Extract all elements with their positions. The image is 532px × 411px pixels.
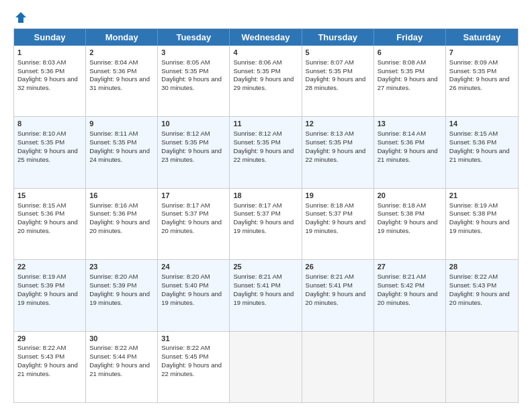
sunset-text: Sunset: 5:36 PM	[17, 210, 64, 217]
header	[13, 11, 519, 21]
sunset-text: Sunset: 5:44 PM	[89, 353, 136, 360]
day-number: 21	[449, 191, 515, 201]
daylight-text: Daylight: 9 hours and 20 minutes.	[17, 218, 78, 234]
daylight-text: Daylight: 9 hours and 19 minutes.	[17, 290, 78, 306]
daylight-text: Daylight: 9 hours and 24 minutes.	[89, 147, 150, 163]
day-number: 16	[89, 191, 154, 201]
daylight-text: Daylight: 9 hours and 21 minutes.	[89, 361, 150, 377]
sunrise-text: Sunrise: 8:22 AM	[17, 344, 66, 351]
sunset-text: Sunset: 5:45 PM	[161, 353, 208, 360]
sunrise-text: Sunrise: 8:09 AM	[449, 58, 498, 66]
sunrise-text: Sunrise: 8:15 AM	[17, 201, 66, 209]
day-number: 31	[161, 334, 226, 344]
cal-cell-day-4: 4Sunrise: 8:06 AMSunset: 5:35 PMDaylight…	[230, 46, 302, 116]
cal-cell-day-10: 10Sunrise: 8:12 AMSunset: 5:35 PMDayligh…	[158, 117, 230, 187]
daylight-text: Daylight: 9 hours and 23 minutes.	[161, 147, 222, 163]
cal-header-monday: Monday	[86, 29, 158, 46]
day-number: 28	[449, 262, 515, 272]
cal-cell-day-21: 21Sunrise: 8:19 AMSunset: 5:38 PMDayligh…	[446, 189, 518, 259]
cal-cell-day-25: 25Sunrise: 8:21 AMSunset: 5:41 PMDayligh…	[230, 260, 302, 330]
day-number: 30	[89, 334, 154, 344]
day-number: 25	[233, 262, 298, 272]
sunset-text: Sunset: 5:36 PM	[17, 67, 64, 75]
daylight-text: Daylight: 9 hours and 21 minutes.	[378, 147, 438, 163]
logo-icon	[14, 11, 28, 24]
sunset-text: Sunset: 5:35 PM	[89, 138, 136, 146]
daylight-text: Daylight: 9 hours and 29 minutes.	[233, 75, 294, 91]
cal-cell-day-23: 23Sunrise: 8:20 AMSunset: 5:39 PMDayligh…	[86, 260, 158, 330]
daylight-text: Daylight: 9 hours and 22 minutes.	[233, 147, 294, 163]
cal-cell-day-12: 12Sunrise: 8:13 AMSunset: 5:35 PMDayligh…	[302, 117, 374, 187]
cal-cell-day-11: 11Sunrise: 8:12 AMSunset: 5:35 PMDayligh…	[230, 117, 302, 187]
cal-cell-day-6: 6Sunrise: 8:08 AMSunset: 5:35 PMDaylight…	[374, 46, 446, 116]
day-number: 26	[306, 262, 370, 272]
day-number: 8	[17, 119, 82, 129]
cal-cell-day-16: 16Sunrise: 8:16 AMSunset: 5:36 PMDayligh…	[86, 189, 158, 259]
sunrise-text: Sunrise: 8:10 AM	[17, 130, 66, 137]
cal-cell-day-18: 18Sunrise: 8:17 AMSunset: 5:37 PMDayligh…	[230, 189, 302, 259]
daylight-text: Daylight: 9 hours and 19 minutes.	[449, 218, 510, 234]
cal-cell-day-15: 15Sunrise: 8:15 AMSunset: 5:36 PMDayligh…	[14, 189, 86, 259]
cal-cell-empty	[230, 332, 302, 402]
day-number: 23	[89, 262, 154, 272]
sunrise-text: Sunrise: 8:20 AM	[161, 273, 210, 280]
daylight-text: Daylight: 9 hours and 31 minutes.	[89, 75, 150, 91]
sunset-text: Sunset: 5:41 PM	[306, 281, 353, 289]
sunset-text: Sunset: 5:43 PM	[449, 281, 496, 289]
cal-cell-day-29: 29Sunrise: 8:22 AMSunset: 5:43 PMDayligh…	[14, 332, 86, 402]
daylight-text: Daylight: 9 hours and 19 minutes.	[89, 290, 150, 306]
cal-cell-day-22: 22Sunrise: 8:19 AMSunset: 5:39 PMDayligh…	[14, 260, 86, 330]
daylight-text: Daylight: 9 hours and 20 minutes.	[89, 218, 150, 234]
daylight-text: Daylight: 9 hours and 20 minutes.	[161, 218, 222, 234]
cal-cell-empty	[302, 332, 374, 402]
logo-text	[13, 11, 28, 24]
cal-cell-empty	[374, 332, 446, 402]
sunrise-text: Sunrise: 8:17 AM	[161, 201, 210, 209]
sunrise-text: Sunrise: 8:19 AM	[17, 273, 66, 280]
calendar-week-5: 29Sunrise: 8:22 AMSunset: 5:43 PMDayligh…	[14, 332, 518, 402]
day-number: 22	[17, 262, 82, 272]
daylight-text: Daylight: 9 hours and 19 minutes.	[233, 290, 294, 306]
sunrise-text: Sunrise: 8:21 AM	[378, 273, 426, 280]
daylight-text: Daylight: 9 hours and 22 minutes.	[306, 147, 366, 163]
logo	[13, 11, 28, 21]
sunset-text: Sunset: 5:38 PM	[449, 210, 496, 217]
sunset-text: Sunset: 5:35 PM	[378, 67, 425, 75]
sunrise-text: Sunrise: 8:12 AM	[233, 130, 281, 137]
sunset-text: Sunset: 5:38 PM	[378, 210, 425, 217]
day-number: 10	[161, 119, 226, 129]
sunrise-text: Sunrise: 8:19 AM	[449, 201, 498, 209]
cal-header-saturday: Saturday	[446, 29, 518, 46]
sunrise-text: Sunrise: 8:08 AM	[378, 58, 426, 66]
sunset-text: Sunset: 5:40 PM	[161, 281, 208, 289]
cal-cell-day-13: 13Sunrise: 8:14 AMSunset: 5:36 PMDayligh…	[374, 117, 446, 187]
sunrise-text: Sunrise: 8:11 AM	[89, 130, 138, 137]
calendar-week-2: 8Sunrise: 8:10 AMSunset: 5:35 PMDaylight…	[14, 117, 518, 188]
day-number: 29	[17, 334, 82, 344]
sunrise-text: Sunrise: 8:07 AM	[306, 58, 354, 66]
cal-cell-day-2: 2Sunrise: 8:04 AMSunset: 5:36 PMDaylight…	[86, 46, 158, 116]
day-number: 5	[306, 48, 370, 58]
sunrise-text: Sunrise: 8:14 AM	[378, 130, 426, 137]
day-number: 27	[378, 262, 442, 272]
daylight-text: Daylight: 9 hours and 19 minutes.	[233, 218, 294, 234]
sunset-text: Sunset: 5:36 PM	[89, 210, 136, 217]
cal-cell-day-8: 8Sunrise: 8:10 AMSunset: 5:35 PMDaylight…	[14, 117, 86, 187]
daylight-text: Daylight: 9 hours and 19 minutes.	[161, 290, 222, 306]
sunrise-text: Sunrise: 8:13 AM	[306, 130, 354, 137]
daylight-text: Daylight: 9 hours and 21 minutes.	[449, 147, 510, 163]
day-number: 4	[233, 48, 298, 58]
sunrise-text: Sunrise: 8:21 AM	[306, 273, 354, 280]
daylight-text: Daylight: 9 hours and 22 minutes.	[161, 361, 222, 377]
day-number: 24	[161, 262, 226, 272]
daylight-text: Daylight: 9 hours and 28 minutes.	[306, 75, 366, 91]
cal-cell-day-31: 31Sunrise: 8:22 AMSunset: 5:45 PMDayligh…	[158, 332, 230, 402]
sunset-text: Sunset: 5:35 PM	[17, 138, 64, 146]
day-number: 2	[89, 48, 154, 58]
sunrise-text: Sunrise: 8:16 AM	[89, 201, 138, 209]
daylight-text: Daylight: 9 hours and 32 minutes.	[17, 75, 78, 91]
sunset-text: Sunset: 5:35 PM	[306, 67, 353, 75]
daylight-text: Daylight: 9 hours and 30 minutes.	[161, 75, 222, 91]
sunrise-text: Sunrise: 8:20 AM	[89, 273, 138, 280]
page: SundayMondayTuesdayWednesdayThursdayFrid…	[0, 0, 532, 411]
